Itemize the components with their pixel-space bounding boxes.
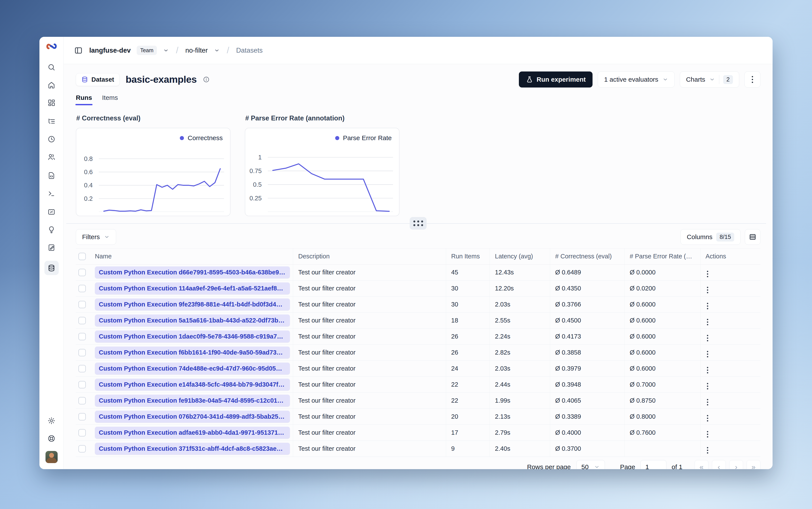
breadcrumb-separator: /: [175, 45, 179, 55]
row-actions-menu[interactable]: [706, 446, 710, 455]
row-actions-menu[interactable]: [706, 317, 710, 327]
breadcrumb-section[interactable]: Datasets: [236, 46, 263, 54]
run-items-value: 17: [446, 425, 489, 441]
row-checkbox[interactable]: [78, 269, 86, 276]
run-name-link[interactable]: Custom Python Execution 5a15a616-1bab-44…: [95, 314, 290, 327]
column-header-run-items[interactable]: Run Items: [446, 248, 489, 265]
row-checkbox[interactable]: [78, 381, 86, 388]
chart-parse-error-rate: # Parse Error Rate (annotation) Parse Er…: [245, 114, 400, 216]
last-page-button[interactable]: »: [747, 460, 760, 469]
users-icon[interactable]: [47, 152, 56, 161]
tracing-tree-icon[interactable]: [47, 117, 56, 126]
row-checkbox[interactable]: [78, 349, 86, 356]
home-icon[interactable]: [47, 80, 56, 89]
workspace-name[interactable]: langfuse-dev: [89, 46, 131, 54]
row-actions-menu[interactable]: [706, 382, 710, 391]
column-header-correctness[interactable]: # Correctness (eval): [550, 248, 624, 265]
rows-per-page-select[interactable]: 50: [576, 460, 605, 469]
column-header-latency[interactable]: Latency (avg): [489, 248, 550, 265]
run-name-link[interactable]: Custom Python Execution 114aa9ef-29e6-4e…: [95, 282, 290, 294]
dashboard-icon[interactable]: [47, 98, 56, 107]
chevron-down-icon[interactable]: [163, 47, 169, 54]
user-avatar[interactable]: [45, 451, 58, 463]
sidebar-toggle-icon[interactable]: [74, 46, 83, 55]
row-checkbox[interactable]: [78, 301, 86, 308]
run-description: Test our filter creator: [293, 312, 446, 329]
row-actions-menu[interactable]: [706, 349, 710, 359]
row-checkbox[interactable]: [78, 285, 86, 292]
run-name-link[interactable]: Custom Python Execution e14fa348-5cfc-49…: [95, 379, 290, 391]
run-parse-error-rate-value: Ø 0.6000: [624, 329, 700, 345]
row-actions-menu[interactable]: [706, 269, 710, 278]
column-header-description[interactable]: Description: [293, 248, 446, 265]
datasets-database-icon[interactable]: [44, 261, 59, 275]
run-correctness-value: Ø 0.4065: [550, 393, 624, 409]
run-correctness-value: Ø 0.3389: [550, 409, 624, 425]
row-actions-menu[interactable]: [706, 414, 710, 423]
row-actions-menu[interactable]: [706, 302, 710, 311]
table-row: Custom Python Execution 1daec0f9-5e78-43…: [76, 329, 760, 345]
run-name-link[interactable]: Custom Python Execution d66e7991-8595-45…: [95, 266, 290, 278]
filters-button[interactable]: Filters: [76, 229, 116, 245]
columns-button[interactable]: Columns 8/15: [680, 229, 741, 245]
run-name-link[interactable]: Custom Python Execution 076b2704-341d-48…: [95, 411, 290, 422]
sessions-clock-icon[interactable]: [47, 135, 56, 143]
playground-terminal-icon[interactable]: [47, 189, 56, 198]
row-actions-menu[interactable]: [706, 285, 710, 295]
database-icon: [81, 76, 88, 83]
row-actions-menu[interactable]: [706, 398, 710, 407]
run-latency-value: 2.03s: [489, 297, 550, 312]
row-actions-menu[interactable]: [706, 366, 710, 375]
row-checkbox[interactable]: [78, 333, 86, 340]
select-all-checkbox[interactable]: [78, 253, 86, 260]
row-checkbox[interactable]: [78, 365, 86, 372]
active-evaluators-dropdown[interactable]: 1 active evaluators: [598, 71, 674, 88]
chevron-down-icon[interactable]: [214, 47, 220, 54]
page-number-input[interactable]: [640, 460, 667, 469]
run-name-link[interactable]: Custom Python Execution 1daec0f9-5e78-43…: [95, 331, 290, 342]
tab-items[interactable]: Items: [102, 94, 118, 105]
chevron-down-icon[interactable]: [709, 76, 715, 82]
tab-runs[interactable]: Runs: [76, 94, 92, 105]
annotation-clipboard-icon[interactable]: [47, 243, 56, 252]
run-items-value: 45: [446, 265, 489, 280]
info-icon[interactable]: [203, 76, 210, 83]
run-name-link[interactable]: Custom Python Execution 74de488e-ec9d-47…: [95, 363, 290, 374]
run-description: Test our filter creator: [293, 361, 446, 377]
evaluation-icon[interactable]: [47, 207, 56, 216]
row-select-cell: [76, 393, 90, 409]
row-height-button[interactable]: [745, 229, 760, 245]
run-name-link[interactable]: Custom Python Execution 371f531c-abff-4d…: [95, 443, 290, 455]
search-icon[interactable]: [47, 63, 56, 71]
support-lifebuoy-icon[interactable]: [47, 434, 56, 443]
first-page-button[interactable]: «: [695, 460, 708, 469]
run-name-link[interactable]: Custom Python Execution 9fe23f98-881e-44…: [95, 299, 290, 310]
row-checkbox[interactable]: [78, 445, 86, 452]
more-actions-button[interactable]: [744, 71, 760, 88]
next-page-button[interactable]: ›: [729, 460, 743, 469]
project-name[interactable]: no-filter: [185, 46, 208, 54]
row-checkbox[interactable]: [78, 429, 86, 436]
run-experiment-button[interactable]: Run experiment: [519, 71, 593, 88]
prompts-file-icon[interactable]: [47, 171, 56, 180]
row-checkbox[interactable]: [78, 397, 86, 404]
run-correctness-value: Ø 0.3979: [550, 361, 624, 377]
row-checkbox[interactable]: [78, 413, 86, 420]
run-name-link[interactable]: Custom Python Execution f6bb1614-1f90-40…: [95, 346, 290, 359]
row-actions-menu[interactable]: [706, 334, 710, 343]
drag-handle[interactable]: [410, 217, 427, 230]
lightbulb-icon[interactable]: [47, 225, 56, 234]
column-header-name[interactable]: Name: [90, 248, 293, 265]
charts-dropdown[interactable]: Charts: [686, 76, 705, 83]
previous-page-button[interactable]: ‹: [712, 460, 726, 469]
app-window: langfuse-dev Team / no-filter / Datasets…: [39, 37, 773, 469]
run-name-link[interactable]: Custom Python Execution fe91b83e-04a5-47…: [95, 395, 290, 407]
row-select-cell: [76, 297, 90, 312]
run-name-link[interactable]: Custom Python Execution adfae619-abb0-4d…: [95, 427, 290, 439]
column-header-parse-error-rate[interactable]: # Parse Error Rate (an...: [624, 248, 700, 265]
run-items-value: 22: [446, 377, 489, 393]
row-actions-menu[interactable]: [706, 430, 710, 439]
run-description: Test our filter creator: [293, 280, 446, 297]
settings-gear-icon[interactable]: [47, 416, 56, 425]
row-checkbox[interactable]: [78, 317, 86, 324]
